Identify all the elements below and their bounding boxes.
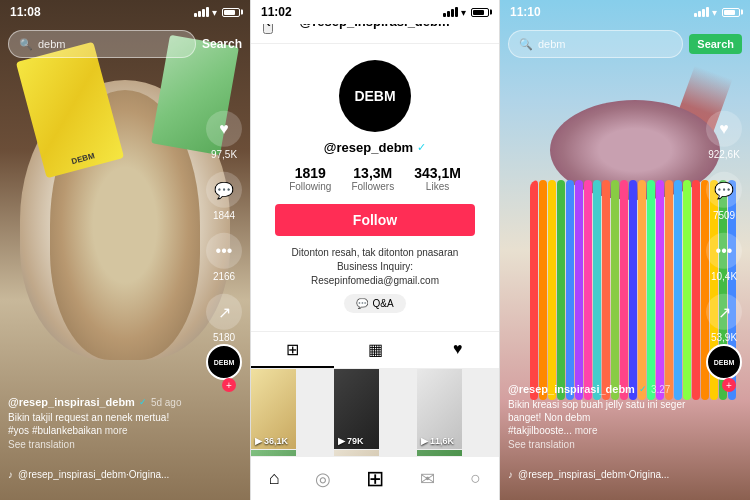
profile-tabs: ⊞ ▦ ♥	[251, 331, 499, 369]
left-search-query: debm	[38, 38, 66, 50]
tab-popular[interactable]: ▦	[334, 332, 417, 368]
popular-icon: ▦	[368, 340, 383, 359]
center-time: 11:02	[261, 5, 292, 19]
straw-5	[575, 180, 583, 400]
straw-17	[683, 180, 691, 400]
straw-1	[539, 180, 547, 400]
right-food-visual	[530, 100, 740, 400]
qna-button[interactable]: 💬 Q&A	[344, 294, 405, 313]
stat-followers: 13,3M Followers	[351, 165, 394, 192]
tab-liked[interactable]: ♥	[416, 332, 499, 368]
stat-following: 1819 Following	[289, 165, 331, 192]
left-search-bar[interactable]: 🔍 debm Search	[8, 28, 242, 60]
center-panel: 11:02 ▾ ‹ @resep_inspirasi_debm •••	[250, 0, 500, 500]
right-status-bar: 11:10 ▾	[500, 0, 750, 24]
likes-label: Likes	[426, 181, 449, 192]
straw-15	[665, 180, 673, 400]
qna-icon: 💬	[356, 298, 368, 309]
play-icon-2: ▶	[338, 436, 345, 446]
grid-count-2: ▶ 79K	[338, 436, 364, 446]
nav-profile[interactable]: ○	[470, 468, 481, 489]
grid-count-3: ▶ 11,6K	[421, 436, 454, 446]
nav-discover[interactable]: ◎	[315, 468, 331, 490]
straw-20	[710, 180, 718, 400]
right-search-input-wrap[interactable]: 🔍 debm	[508, 30, 683, 58]
straw-4	[566, 180, 574, 400]
straw-3	[557, 180, 565, 400]
straw-22	[728, 180, 736, 400]
qna-label: Q&A	[372, 298, 393, 309]
right-time: 11:10	[510, 5, 541, 19]
profile-username: @resep_debm	[324, 140, 413, 155]
left-panel: 11:08 ▾ 🔍 debm Search ♥ 97,5K	[0, 0, 250, 500]
left-search-icon: 🔍	[19, 38, 33, 51]
stat-likes: 343,1M Likes	[414, 165, 461, 192]
right-search-query: debm	[538, 38, 566, 50]
straw-7	[593, 180, 601, 400]
followers-label: Followers	[351, 181, 394, 192]
left-status-bar: 11:08 ▾	[0, 0, 250, 24]
profile-username-row: @resep_debm ✓	[324, 140, 426, 155]
grid-item-3[interactable]: ▶ 11,6K	[417, 369, 462, 449]
likes-count: 343,1M	[414, 165, 461, 181]
grid-item-2[interactable]: ▶ 79K	[334, 369, 379, 449]
straw-21	[719, 180, 727, 400]
bio-text: Ditonton resah, tak ditonton pnasaran Bu…	[263, 246, 487, 288]
straw-9	[611, 180, 619, 400]
left-status-icons: ▾	[194, 7, 240, 18]
grid-item-1[interactable]: ▶ 36,1K	[251, 369, 296, 449]
right-battery	[722, 8, 740, 17]
right-wifi-icon: ▾	[712, 7, 717, 18]
center-status-icons: ▾	[443, 7, 489, 18]
avatar: DEBM	[339, 60, 411, 132]
straw-14	[656, 180, 664, 400]
tab-grid[interactable]: ⊞	[251, 332, 334, 368]
bottom-nav: ⌂ ◎ ⊞ ✉ ○	[251, 456, 499, 500]
left-battery	[222, 8, 240, 17]
left-signal	[194, 7, 209, 17]
following-label: Following	[289, 181, 331, 192]
center-status-bar: 11:02 ▾	[251, 0, 499, 24]
right-search-bar[interactable]: 🔍 debm Search	[508, 28, 742, 60]
center-wifi-icon: ▾	[461, 7, 466, 18]
center-content: 11:02 ▾ ‹ @resep_inspirasi_debm •••	[251, 0, 499, 500]
straw-12	[638, 180, 646, 400]
straw-0	[530, 180, 538, 400]
straw-11	[629, 180, 637, 400]
straw-10	[620, 180, 628, 400]
following-count: 1819	[295, 165, 326, 181]
nav-inbox[interactable]: ✉	[420, 468, 435, 490]
straw-8	[602, 180, 610, 400]
grid-count-1: ▶ 36,1K	[255, 436, 288, 446]
follow-button[interactable]: Follow	[275, 204, 475, 236]
nav-create[interactable]: ⊞	[366, 466, 384, 492]
right-search-button[interactable]: Search	[689, 34, 742, 54]
right-panel: 11:10 ▾ 🔍 debm Search ♥ 922,6K	[500, 0, 750, 500]
bio-line1: Ditonton resah, tak ditonton pnasaran	[273, 246, 477, 260]
straw-6	[584, 180, 592, 400]
profile-stats: 1819 Following 13,3M Followers 343,1M Li…	[289, 165, 461, 192]
left-search-input-wrap[interactable]: 🔍 debm	[8, 30, 196, 58]
profile-verified-icon: ✓	[417, 141, 426, 154]
straw-2	[548, 180, 556, 400]
followers-count: 13,3M	[353, 165, 392, 181]
right-search-icon: 🔍	[519, 38, 533, 51]
nav-home[interactable]: ⌂	[269, 468, 280, 489]
grid-icon: ⊞	[286, 340, 299, 359]
left-search-button[interactable]: Search	[202, 37, 242, 51]
liked-icon: ♥	[453, 340, 463, 358]
wifi-icon: ▾	[212, 7, 217, 18]
straw-19	[701, 180, 709, 400]
cupcake-straws	[530, 180, 740, 400]
center-battery	[471, 8, 489, 17]
center-signal	[443, 7, 458, 17]
play-icon-3: ▶	[421, 436, 428, 446]
straw-18	[692, 180, 700, 400]
left-time: 11:08	[10, 5, 41, 19]
bio-line2: Business Inquiry: Resepinfomedia@gmail.c…	[273, 260, 477, 288]
play-icon-1: ▶	[255, 436, 262, 446]
straw-13	[647, 180, 655, 400]
right-status-icons: ▾	[694, 7, 740, 18]
straw-16	[674, 180, 682, 400]
profile-info: DEBM @resep_debm ✓ 1819 Following 13,3M …	[251, 44, 499, 331]
